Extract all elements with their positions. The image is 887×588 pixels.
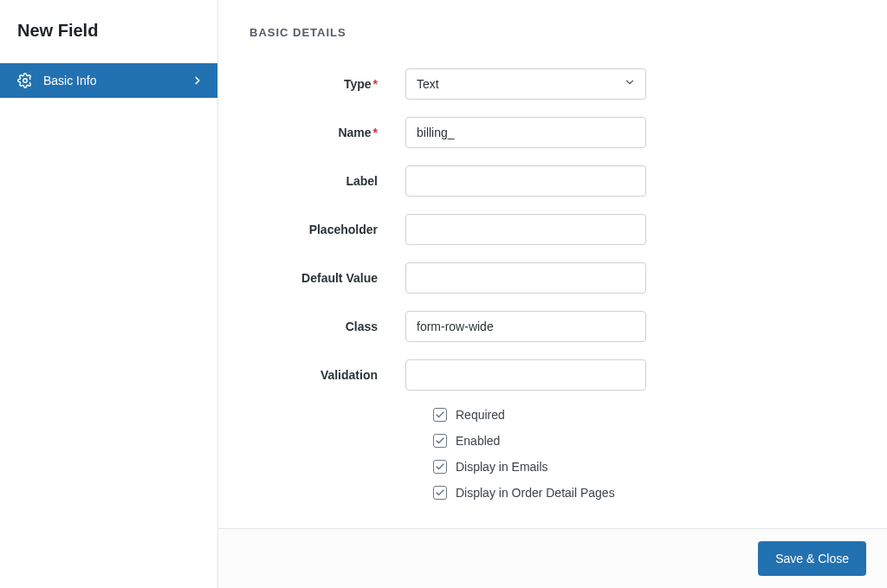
label-input[interactable] [405, 165, 646, 197]
default-value-input[interactable] [405, 262, 646, 294]
main-content: BASIC DETAILS Type* Text Name* Label [218, 0, 887, 588]
required-checkbox-label[interactable]: Required [456, 408, 505, 422]
label-label: Label [249, 174, 405, 188]
page-title: New Field [0, 0, 217, 63]
type-label: Type* [249, 77, 405, 91]
svg-point-0 [23, 79, 28, 83]
required-checkbox[interactable] [433, 408, 447, 422]
placeholder-input[interactable] [405, 214, 646, 245]
footer: Save & Close [218, 528, 887, 588]
sidebar-item-label: Basic Info [43, 74, 191, 87]
class-label: Class [249, 320, 405, 333]
display-order-checkbox[interactable] [433, 486, 447, 500]
display-emails-checkbox-label[interactable]: Display in Emails [456, 460, 548, 474]
sidebar: New Field Basic Info [0, 0, 218, 588]
default-value-label: Default Value [249, 271, 405, 285]
gear-icon [17, 73, 33, 88]
name-input[interactable] [405, 117, 646, 148]
validation-input[interactable] [405, 359, 646, 391]
type-select[interactable]: Text [405, 68, 646, 100]
enabled-checkbox-label[interactable]: Enabled [456, 434, 500, 448]
display-emails-checkbox[interactable] [433, 460, 447, 474]
enabled-checkbox[interactable] [433, 434, 447, 448]
class-input[interactable] [405, 311, 646, 342]
placeholder-label: Placeholder [249, 223, 405, 236]
save-button[interactable]: Save & Close [758, 541, 866, 576]
validation-label: Validation [249, 368, 405, 382]
sidebar-item-basic-info[interactable]: Basic Info [0, 63, 217, 98]
display-order-checkbox-label[interactable]: Display in Order Detail Pages [456, 486, 615, 500]
name-label: Name* [249, 126, 405, 139]
section-title: BASIC DETAILS [249, 26, 856, 39]
chevron-right-icon [191, 74, 204, 87]
